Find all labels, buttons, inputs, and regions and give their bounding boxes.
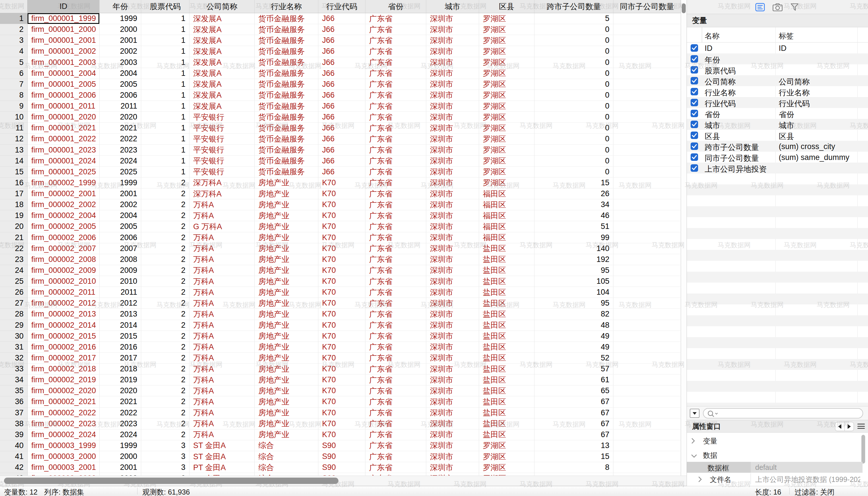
data-cell[interactable]: 2 <box>141 342 190 353</box>
data-cell[interactable]: 34 <box>534 199 613 210</box>
variable-row[interactable]: 省份省份 <box>687 108 868 119</box>
row-number-cell[interactable]: 11 <box>0 123 28 134</box>
property-row[interactable]: 数据框default <box>687 462 868 473</box>
data-cell[interactable]: 货币金融服务 <box>255 68 318 79</box>
data-cell[interactable]: 0 <box>534 167 613 177</box>
row-number-cell[interactable]: 5 <box>0 57 28 68</box>
data-cell[interactable]: 2001 <box>100 188 141 199</box>
data-cell[interactable] <box>613 276 681 287</box>
data-cell[interactable]: 0 <box>534 134 613 144</box>
row-number-cell[interactable]: 30 <box>0 331 28 342</box>
row-number-cell[interactable]: 7 <box>0 79 28 90</box>
data-cell[interactable]: 0 <box>534 101 613 112</box>
data-cell[interactable]: K70 <box>318 309 365 320</box>
data-cell[interactable]: 0 <box>534 57 613 68</box>
data-cell[interactable]: 2006 <box>100 90 141 101</box>
data-cell[interactable]: 万科A <box>190 396 255 407</box>
data-cell[interactable]: K70 <box>318 320 365 331</box>
data-cell[interactable]: 深圳市 <box>426 298 479 309</box>
data-cell[interactable]: 深发展A <box>190 90 255 101</box>
vertical-scrollbar[interactable] <box>681 0 687 476</box>
data-cell[interactable]: 61 <box>534 374 613 385</box>
data-cell[interactable]: 深圳市 <box>426 342 479 353</box>
row-number-cell[interactable]: 29 <box>0 320 28 331</box>
data-cell[interactable]: 1999 <box>100 177 141 188</box>
data-cell[interactable]: 平安银行 <box>190 167 255 177</box>
data-cell[interactable]: 1 <box>141 101 190 112</box>
property-row[interactable]: 变量 <box>687 435 868 446</box>
data-cell[interactable]: 2001 <box>100 35 141 46</box>
property-row[interactable]: 数据 <box>687 449 868 460</box>
data-cell[interactable]: 95 <box>534 298 613 309</box>
data-cell[interactable]: 51 <box>534 221 613 232</box>
data-cell[interactable]: 深圳市 <box>426 134 479 144</box>
data-cell[interactable]: 货币金融服务 <box>255 35 318 46</box>
data-cell[interactable]: J66 <box>318 123 365 134</box>
data-cell[interactable]: firm_000002_2007 <box>28 243 100 254</box>
data-cell[interactable]: 2 <box>141 407 190 418</box>
data-cell[interactable]: 深圳市 <box>426 13 479 24</box>
data-cell[interactable]: K70 <box>318 276 365 287</box>
data-cell[interactable] <box>613 331 681 342</box>
data-cell[interactable]: 1999 <box>100 440 141 451</box>
data-cell[interactable]: 罗湖区 <box>479 68 534 79</box>
data-cell[interactable]: 1 <box>141 123 190 134</box>
filter-dropdown-button[interactable] <box>690 409 700 418</box>
data-cell[interactable] <box>613 177 681 188</box>
data-cell[interactable]: 2 <box>141 298 190 309</box>
column-header-10[interactable]: 跨市子公司数量 <box>534 0 613 13</box>
data-cell[interactable]: 盐田区 <box>479 243 534 254</box>
data-cell[interactable]: 15 <box>534 177 613 188</box>
data-cell[interactable] <box>613 232 681 243</box>
data-cell[interactable]: J66 <box>318 167 365 177</box>
data-cell[interactable]: firm_000001_2002 <box>28 46 100 57</box>
data-cell[interactable]: 2 <box>141 418 190 429</box>
data-cell[interactable]: 2016 <box>100 342 141 353</box>
data-cell[interactable]: 2024 <box>100 156 141 167</box>
data-cell[interactable]: 盐田区 <box>479 276 534 287</box>
data-cell[interactable]: firm_000002_2009 <box>28 265 100 276</box>
data-cell[interactable]: 2002 <box>100 199 141 210</box>
data-cell[interactable]: 万科A <box>190 320 255 331</box>
data-cell[interactable]: 万科A <box>190 342 255 353</box>
data-cell[interactable]: 综合 <box>255 451 318 462</box>
data-cell[interactable]: 广东省 <box>365 24 426 35</box>
row-number-cell[interactable]: 32 <box>0 353 28 363</box>
data-cell[interactable]: 深圳市 <box>426 112 479 123</box>
data-cell[interactable]: 深圳市 <box>426 320 479 331</box>
row-number-cell[interactable]: 39 <box>0 429 28 440</box>
data-cell[interactable]: 2014 <box>100 320 141 331</box>
row-number-cell[interactable]: 34 <box>0 374 28 385</box>
data-cell[interactable]: 2004 <box>100 68 141 79</box>
data-cell[interactable]: 192 <box>534 254 613 265</box>
data-cell[interactable]: firm_000001_2006 <box>28 90 100 101</box>
data-cell[interactable]: 货币金融服务 <box>255 79 318 90</box>
data-cell[interactable]: 罗湖区 <box>479 145 534 156</box>
data-cell[interactable]: 广东省 <box>365 353 426 363</box>
data-cell[interactable]: J66 <box>318 156 365 167</box>
data-cell[interactable] <box>613 123 681 134</box>
data-cell[interactable]: 盐田区 <box>479 396 534 407</box>
data-cell[interactable]: 货币金融服务 <box>255 156 318 167</box>
data-cell[interactable]: 2 <box>141 320 190 331</box>
data-cell[interactable]: 140 <box>534 243 613 254</box>
data-cell[interactable]: K70 <box>318 232 365 243</box>
column-header-1[interactable]: ID <box>28 0 100 13</box>
variable-row[interactable]: 城市城市 <box>687 119 868 130</box>
data-cell[interactable]: ST 金田A <box>190 440 255 451</box>
data-cell[interactable]: 罗湖区 <box>479 123 534 134</box>
data-cell[interactable]: 福田区 <box>479 221 534 232</box>
data-cell[interactable] <box>613 156 681 167</box>
data-cell[interactable]: 104 <box>534 287 613 298</box>
data-cell[interactable]: 广东省 <box>365 123 426 134</box>
menu-icon[interactable] <box>857 424 865 429</box>
data-cell[interactable]: firm_000003_2000 <box>28 451 100 462</box>
data-cell[interactable]: 95 <box>534 265 613 276</box>
data-cell[interactable]: 万科A <box>190 210 255 221</box>
data-cell[interactable]: 1 <box>141 57 190 68</box>
data-cell[interactable] <box>613 342 681 353</box>
data-cell[interactable]: 万科A <box>190 254 255 265</box>
column-header-6[interactable]: 行业代码 <box>318 0 365 13</box>
data-cell[interactable]: 2019 <box>100 374 141 385</box>
row-number-cell[interactable]: 8 <box>0 90 28 101</box>
